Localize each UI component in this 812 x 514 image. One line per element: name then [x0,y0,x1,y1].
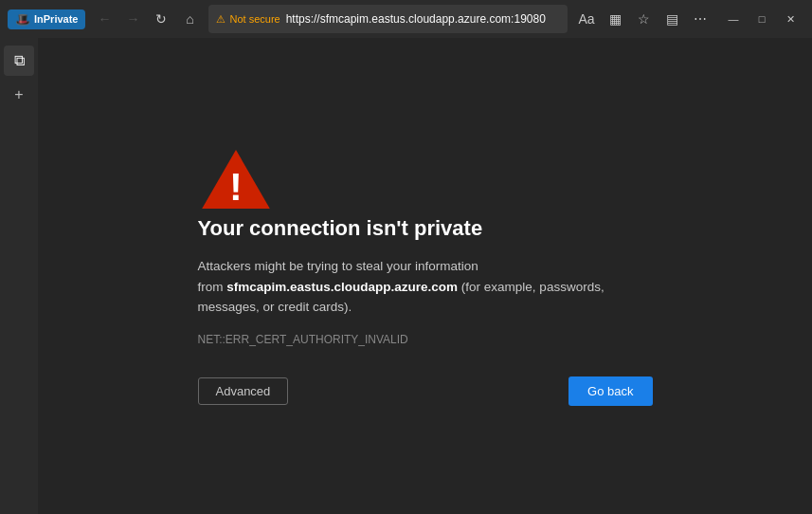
read-aloud-button[interactable]: Aa [573,6,600,32]
forward-button[interactable]: → [119,6,146,32]
sidebar-tabs-button[interactable]: ⧉ [4,46,34,76]
sidebar: ⧉ + [0,38,38,514]
refresh-button[interactable]: ↻ [148,6,174,32]
sidebar-add-button[interactable]: + [4,80,34,110]
browser-frame: 🎩 InPrivate ← → ↻ ⌂ ⚠ Not secure https:/… [0,0,812,514]
window-controls: — □ ✕ [719,6,804,32]
close-button[interactable]: ✕ [776,6,804,32]
error-description: Attackers might be trying to steal your … [198,256,653,318]
error-title: Your connection isn't private [198,216,653,241]
maximize-button[interactable]: □ [748,6,776,32]
error-container: ! Your connection isn't private Attacker… [179,127,672,425]
home-button[interactable]: ⌂ [176,6,203,32]
favorites-button[interactable]: ☆ [630,6,657,32]
inprivate-icon: 🎩 [15,12,30,27]
page-content: ! Your connection isn't private Attacker… [38,38,812,514]
browser-body: ⧉ + ! Your connection isn't private Atta… [0,38,812,514]
nav-buttons: ← → ↻ ⌂ [91,6,203,32]
collections-button[interactable]: ▤ [659,6,685,32]
inprivate-label: InPrivate [34,13,78,25]
error-domain: sfmcapim.eastus.cloudapp.azure.com [226,280,458,294]
go-back-button[interactable]: Go back [568,376,652,406]
inprivate-badge: 🎩 InPrivate [8,9,85,29]
address-bar[interactable]: ⚠ Not secure https://sfmcapim.eastus.clo… [208,5,568,33]
svg-text:!: ! [229,165,243,209]
back-button[interactable]: ← [91,6,117,32]
security-label: Not secure [229,13,280,25]
warning-triangle-icon: ! [198,146,274,212]
advanced-button[interactable]: Advanced [198,377,289,405]
url-text: https://sfmcapim.eastus.cloudapp.azure.c… [286,12,560,26]
title-bar: 🎩 InPrivate ← → ↻ ⌂ ⚠ Not secure https:/… [0,0,812,38]
error-code: NET::ERR_CERT_AUTHORITY_INVALID [198,333,653,346]
toolbar-icons: Aa ▦ ☆ ▤ ⋯ [573,6,713,32]
button-row: Advanced Go back [198,376,653,406]
warning-icon: ⚠ [216,13,226,26]
minimize-button[interactable]: — [719,6,748,32]
security-warning: ⚠ Not secure [216,13,280,26]
more-button[interactable]: ⋯ [687,6,713,32]
split-screen-button[interactable]: ▦ [602,6,628,32]
